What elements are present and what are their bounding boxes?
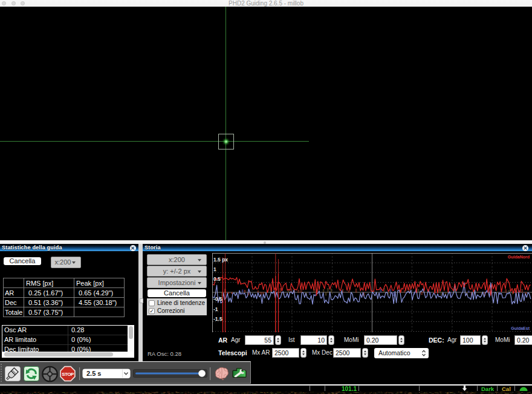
svg-text:STOP: STOP (62, 372, 74, 377)
svg-text:101.1: 101.1 (342, 386, 357, 392)
svg-text:Cal: Cal (502, 386, 511, 392)
svg-text:2.5 s: 2.5 s (86, 370, 101, 377)
svg-text:0.5: 0.5 (213, 276, 221, 282)
svg-text:-1.5: -1.5 (213, 316, 222, 322)
svg-text:1.5 px: 1.5 px (213, 257, 228, 263)
svg-text:-1: -1 (213, 306, 218, 312)
svg-text:GuidaEst: GuidaEst (511, 326, 530, 330)
svg-text:GuidaNord: GuidaNord (508, 255, 530, 259)
svg-text:-0.5: -0.5 (213, 296, 222, 302)
svg-text:1: 1 (213, 266, 216, 272)
svg-text:Dark: Dark (481, 386, 495, 392)
